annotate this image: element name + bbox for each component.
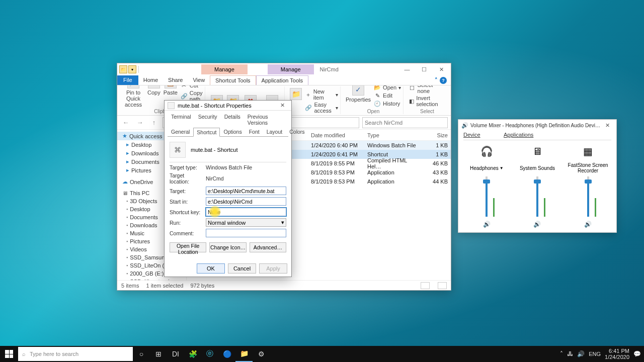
nav-forward-button[interactable]: → <box>134 117 145 128</box>
tab-file[interactable]: File <box>117 75 138 85</box>
context-tab-app-tools[interactable]: Manage <box>268 64 314 74</box>
props-tab[interactable]: Options <box>220 127 245 136</box>
channel-icon[interactable]: 🎧 <box>478 143 495 159</box>
tray-clock[interactable]: 6:41 PM1/24/2020 <box>605 348 629 360</box>
folder-icon: 📁 <box>119 65 127 73</box>
start-in-input[interactable] <box>206 197 286 206</box>
maximize-button[interactable]: ☐ <box>416 64 433 75</box>
channel-name: System Sounds <box>520 161 555 174</box>
tray-network-icon[interactable]: 🖧 <box>567 350 573 357</box>
app-icon-2[interactable]: 🧩 <box>184 346 201 362</box>
app-icon-3[interactable]: ⚙ <box>253 346 270 362</box>
status-selection: 1 item selected <box>146 283 183 289</box>
explorer-titlebar[interactable]: 📁 ▾ Manage Manage NirCmd ― ☐ ✕ <box>117 63 451 75</box>
window-title: NirCmd <box>320 66 339 72</box>
cortana-icon[interactable]: ○ <box>133 346 150 362</box>
props-tab[interactable]: Security <box>195 112 221 127</box>
props-tab[interactable]: Terminal <box>168 112 195 127</box>
channel-icon[interactable]: 🖥 <box>529 143 545 159</box>
comment-input[interactable] <box>206 229 286 237</box>
context-tab-shortcut-tools[interactable]: Manage <box>201 64 248 74</box>
apply-button[interactable]: Apply <box>259 263 287 274</box>
tab-home[interactable]: Home <box>138 75 163 85</box>
open-file-location-button[interactable]: Open File Location <box>170 242 206 252</box>
status-size: 972 bytes <box>190 283 214 289</box>
ribbon-expand-icon[interactable]: ˄ <box>435 77 438 83</box>
dialog-title: mute.bat - Shortcut Properties <box>178 103 252 109</box>
select-none-button[interactable]: ☐Select none <box>409 85 446 95</box>
tab-shortcut-tools[interactable]: Shortcut Tools <box>210 75 256 85</box>
column-size[interactable]: Size <box>421 132 451 138</box>
status-count: 5 items <box>121 283 139 289</box>
tab-app-tools[interactable]: Application Tools <box>256 75 308 85</box>
tray-chevron-icon[interactable]: ˄ <box>560 350 563 357</box>
edit-button[interactable]: ✎Edit <box>374 92 401 100</box>
volume-titlebar[interactable]: 🔊 Volume Mixer - Headphones (High Defini… <box>458 120 616 131</box>
cut-button[interactable]: ✂Cut <box>181 85 203 89</box>
help-icon[interactable]: ? <box>440 77 447 84</box>
channel-icon[interactable]: ▦ <box>580 143 596 159</box>
device-header: Device <box>463 132 480 138</box>
run-select[interactable]: Normal window▾ <box>206 218 286 227</box>
mute-button[interactable]: 🔊 <box>533 221 541 228</box>
task-view-icon[interactable]: ⊞ <box>150 346 167 362</box>
advanced-button[interactable]: Advanced… <box>250 242 286 252</box>
volume-slider[interactable] <box>481 176 492 217</box>
nav-up-button[interactable]: ↑ <box>148 117 159 128</box>
tray-language[interactable]: ENG <box>589 351 601 357</box>
props-tab[interactable]: General <box>168 127 193 136</box>
chrome-icon[interactable]: 🔵 <box>218 346 235 362</box>
volume-mixer-window: 🔊 Volume Mixer - Headphones (High Defini… <box>458 119 617 233</box>
tray-volume-icon[interactable]: 🔊 <box>577 350 585 357</box>
new-folder-button[interactable]: 📁 <box>290 88 302 114</box>
tab-view[interactable]: View <box>188 75 210 85</box>
qat-icon[interactable]: ▾ <box>128 65 136 73</box>
change-icon-button[interactable]: Change Icon… <box>209 242 246 252</box>
new-item-button[interactable]: ＋New item ▾ <box>305 88 338 101</box>
copy-button[interactable]: ⎘Copy <box>147 85 160 108</box>
view-details-button[interactable] <box>421 282 430 289</box>
channel-name[interactable]: Headphones▼ <box>470 161 504 174</box>
dialog-close-button[interactable]: ✕ <box>276 102 288 109</box>
file-name-label: mute.bat - Shortcut <box>191 147 238 153</box>
history-button[interactable]: 🕘History <box>374 100 401 108</box>
volume-slider[interactable] <box>583 176 593 217</box>
properties-button[interactable]: ✓Properties <box>346 85 371 108</box>
nav-back-button[interactable]: ← <box>120 117 131 128</box>
view-icons-button[interactable] <box>438 282 447 289</box>
nav-item[interactable]: ▪ SSD_Kingston (… <box>117 278 186 280</box>
mute-button[interactable]: 🔊 <box>584 221 592 228</box>
app-icon-1[interactable]: DI <box>167 346 184 362</box>
edge-icon[interactable]: ⓔ <box>201 346 218 362</box>
column-date[interactable]: Date modified <box>308 132 364 138</box>
props-tab[interactable]: Layout <box>263 127 286 136</box>
dialog-titlebar[interactable]: mute.bat - Shortcut Properties ✕ <box>165 101 291 111</box>
volume-slider[interactable] <box>532 176 542 217</box>
cancel-button[interactable]: Cancel <box>228 263 256 274</box>
file-type-icon: ⌘ <box>170 142 186 158</box>
pin-button[interactable]: 📌Pin to Quick access <box>122 85 144 108</box>
easy-access-button[interactable]: 🔗Easy access ▾ <box>305 101 338 114</box>
ok-button[interactable]: OK <box>197 263 225 274</box>
props-tab[interactable]: Previous Versions <box>244 112 288 127</box>
props-tab[interactable]: Font <box>246 127 263 136</box>
status-bar: 5 items 1 item selected 972 bytes <box>117 280 451 290</box>
props-tab[interactable]: Shortcut <box>193 128 220 137</box>
search-input[interactable] <box>362 117 448 128</box>
explorer-taskbar-icon[interactable]: 📁 <box>235 346 253 362</box>
props-tab[interactable]: Colors <box>286 127 308 136</box>
taskbar-search[interactable]: ⌕Type here to search <box>18 347 133 361</box>
minimize-button[interactable]: ― <box>398 64 416 75</box>
volume-close-button[interactable]: ✕ <box>601 122 613 129</box>
start-button[interactable] <box>0 346 18 362</box>
close-button[interactable]: ✕ <box>433 64 450 75</box>
invert-selection-button[interactable]: ◧Invert selection <box>409 95 446 108</box>
tab-share[interactable]: Share <box>163 75 188 85</box>
action-center-icon[interactable]: 💬 <box>633 350 641 357</box>
mute-button[interactable]: 🔊 <box>483 221 491 228</box>
column-type[interactable]: Type <box>364 132 421 138</box>
shortcut-key-input[interactable] <box>206 208 286 216</box>
open-button[interactable]: 📂Open ▾ <box>374 85 401 92</box>
props-tab[interactable]: Details <box>221 112 244 127</box>
target-input[interactable] <box>206 187 286 195</box>
